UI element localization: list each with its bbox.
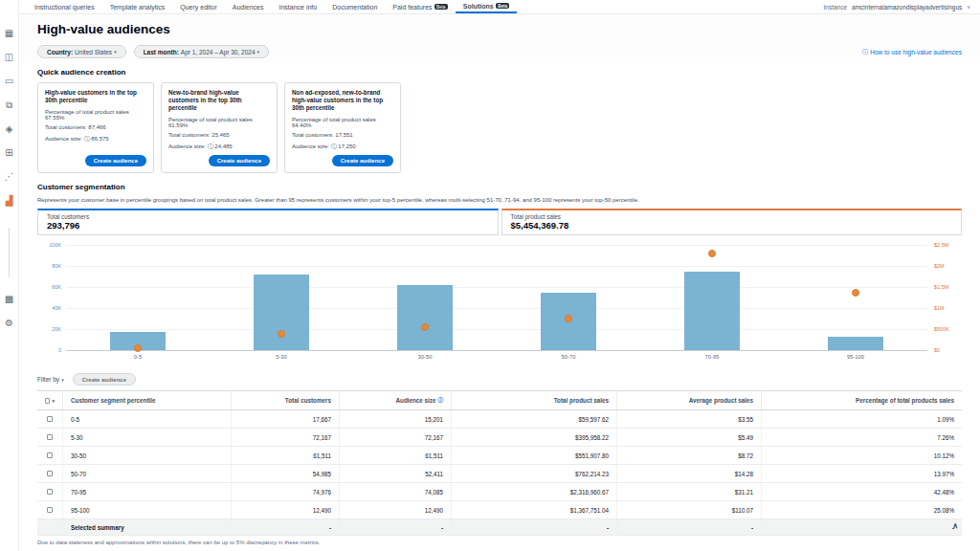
checkbox[interactable]	[47, 489, 53, 495]
create-audience-button[interactable]: Create audience	[85, 155, 146, 166]
card-audience-size: Audience size: ⓘ 86,575	[45, 135, 146, 143]
chart-category-group: 70-95	[640, 245, 784, 350]
tab-label: Template analytics	[110, 4, 166, 11]
instance-value: amcinternalamazondisplayadvertisingus	[852, 4, 962, 11]
summary-value: -	[616, 519, 761, 535]
page-header: High-value audiences Country: United Sta…	[19, 14, 980, 62]
instance-label: Instance	[823, 4, 847, 11]
documentation-icon[interactable]: ⧉	[6, 100, 12, 110]
tab-template-analytics[interactable]: Template analytics	[102, 0, 173, 13]
table-row: 95-10012,49012,490$1,367,751.04$110.0725…	[37, 501, 962, 519]
row-select-cell[interactable]	[37, 429, 62, 446]
tab-label: Audiences	[233, 4, 264, 11]
value-cell: 12,490	[231, 501, 339, 518]
bar-70-95[interactable]	[684, 272, 740, 350]
tab-documentation[interactable]: Documentation	[324, 0, 385, 13]
tab-instructional-queries[interactable]: Instructional queries	[27, 0, 102, 13]
chevron-down-icon: ▾	[114, 49, 117, 55]
table-row: 0-517,66715,201$59,597.62$3.551.09%	[37, 410, 962, 429]
value-cell: 72,167	[339, 429, 451, 446]
sales-dot-0-5[interactable]	[134, 344, 142, 352]
row-select-cell[interactable]	[37, 465, 62, 482]
tab-query-editor[interactable]: Query editor	[172, 0, 225, 13]
grid-icon[interactable]: ▩	[5, 295, 13, 304]
chip-prefix: Last month:	[144, 49, 179, 55]
bar-chart-icon[interactable]: ▟	[6, 196, 13, 206]
column-header: Percentage of total products sales	[761, 391, 962, 409]
shield-icon[interactable]: ◈	[6, 124, 13, 134]
sales-dot-95-100[interactable]	[852, 289, 859, 297]
select-all-cell[interactable]: ▾	[37, 391, 62, 409]
checkbox[interactable]	[47, 434, 53, 440]
chart-category-group: 0-5	[66, 245, 210, 350]
value-cell: 15,201	[339, 410, 451, 428]
dashboard-icon[interactable]: ▦	[5, 29, 13, 38]
sales-dot-50-70[interactable]	[565, 315, 572, 322]
checkbox[interactable]	[47, 471, 53, 476]
left-axis-tick: 0	[58, 347, 61, 353]
chevron-down-icon: ▾	[257, 49, 260, 55]
sales-dot-70-95[interactable]	[708, 250, 716, 257]
value-cell: 52,411	[339, 465, 451, 482]
value-cell: $5.49	[616, 429, 761, 446]
instance-selector[interactable]: Instance amcinternalamazondisplayadverti…	[823, 0, 980, 13]
value-cell: 61,511	[231, 447, 339, 464]
checkbox[interactable]	[47, 507, 53, 513]
icon-rail: ▦◫▭⧉◈⊞⋰▟▩⚙	[0, 0, 19, 551]
filter-by-dropdown[interactable]: Filter by ▾	[37, 376, 64, 383]
create-audience-button-disabled[interactable]: Create audience	[73, 373, 136, 386]
segment-cell: 5-30	[62, 429, 231, 446]
date-range-filter-chip[interactable]: Last month: Apr 1, 2024 – Apr 30, 2024 ▾	[134, 45, 269, 58]
value-cell: $31.21	[616, 483, 761, 500]
segment-cell: 30-50	[62, 447, 231, 464]
x-axis-label: 30-50	[353, 354, 497, 360]
collapse-icon[interactable]: ∧	[952, 522, 958, 530]
top-navigation: Instructional queriesTemplate analyticsQ…	[19, 0, 980, 14]
x-axis-label: 70-95	[640, 354, 784, 360]
total-product-sales-panel: Total product sales $5,454,369.78	[501, 209, 963, 235]
checkbox[interactable]	[45, 398, 50, 404]
row-select-cell[interactable]	[37, 483, 62, 500]
segmentation-description: Represents your customer base in percent…	[37, 197, 962, 203]
chevron-down-icon: ▾	[61, 377, 64, 383]
audiences-icon[interactable]: ◫	[5, 53, 13, 62]
tab-label: Paid features	[392, 4, 432, 11]
value-cell: 25.08%	[761, 501, 962, 518]
checkbox[interactable]	[47, 452, 53, 458]
chart-category-group: 50-70	[497, 245, 640, 350]
bar-5-30[interactable]	[254, 275, 309, 350]
bar-95-100[interactable]	[828, 337, 883, 350]
copy-icon[interactable]: ⊞	[5, 148, 12, 158]
row-select-cell[interactable]	[37, 501, 62, 518]
segmentation-title: Customer segmentation	[37, 183, 962, 191]
column-header-label: Total customers	[285, 397, 331, 404]
create-audience-button[interactable]: Create audience	[209, 155, 270, 166]
value-cell: 61,511	[339, 447, 451, 464]
bar-30-50[interactable]	[397, 285, 453, 350]
checkbox[interactable]	[47, 416, 53, 422]
x-axis-label: 95-100	[784, 354, 927, 360]
table-row: 30-5061,51161,511$551,907.80$8.7210.12%	[37, 447, 962, 465]
how-to-use-link[interactable]: ⓘ How to use high-value audiences	[862, 48, 962, 56]
selected-summary-row: Selected summary-----∧	[37, 519, 962, 536]
create-audience-button[interactable]: Create audience	[332, 155, 393, 166]
value-cell: $8.72	[616, 447, 761, 464]
settings-icon[interactable]: ⚙	[5, 319, 13, 328]
row-select-cell[interactable]	[37, 410, 62, 428]
tab-paid-features[interactable]: Paid featuresBeta	[385, 0, 456, 13]
column-header-label: Audience size	[396, 397, 436, 404]
card-sales-pct: Percentage of total product sales 67.55%	[45, 109, 146, 121]
card-customers: Total customers: 25,465	[168, 132, 270, 138]
country-filter-chip[interactable]: Country: United States ▾	[37, 45, 126, 58]
flow-icon[interactable]: ⋰	[5, 172, 14, 182]
info-icon[interactable]: ⓘ	[438, 397, 444, 404]
metric-panels: Total customers 293,796 Total product sa…	[37, 209, 962, 235]
row-select-cell[interactable]	[37, 447, 62, 464]
tab-solutions[interactable]: SolutionsBeta	[456, 0, 518, 13]
tab-label: Instance info	[278, 4, 317, 11]
tab-audiences[interactable]: Audiences	[225, 0, 272, 13]
tab-instance-info[interactable]: Instance info	[271, 0, 324, 13]
table-row: 70-9574,97674,085$2,316,960.67$31.2142.4…	[37, 483, 962, 501]
card-icon[interactable]: ▭	[5, 77, 13, 86]
gridline	[66, 350, 927, 351]
